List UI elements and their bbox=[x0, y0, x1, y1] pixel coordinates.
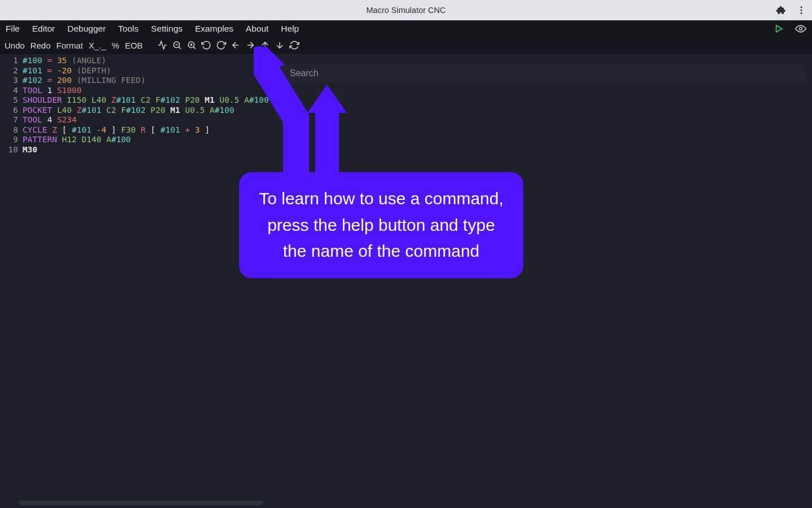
eob-button[interactable]: EOB bbox=[125, 41, 143, 50]
help-panel bbox=[274, 54, 812, 508]
menu-editor[interactable]: Editor bbox=[32, 24, 55, 34]
redo-button[interactable]: Redo bbox=[30, 41, 51, 50]
menu-file[interactable]: File bbox=[6, 24, 20, 34]
activity-icon[interactable] bbox=[157, 40, 167, 50]
svg-point-2 bbox=[801, 12, 802, 14]
titlebar: Macro Simulator CNC bbox=[0, 0, 812, 20]
code-editor[interactable]: 12345678910 #100 = 35 (ANGLE)#101 = -20 … bbox=[0, 54, 274, 508]
svg-line-9 bbox=[193, 47, 196, 49]
svg-point-4 bbox=[800, 28, 802, 30]
svg-marker-3 bbox=[776, 25, 783, 32]
svg-point-0 bbox=[801, 6, 802, 8]
toolbar: Undo Redo Format X_._ % EOB bbox=[0, 37, 812, 54]
format-button[interactable]: Format bbox=[56, 41, 83, 50]
zoom-out-icon[interactable] bbox=[172, 40, 182, 50]
line-gutter: 12345678910 bbox=[0, 56, 23, 155]
search-input[interactable] bbox=[289, 68, 800, 79]
zoom-in-icon[interactable] bbox=[187, 40, 197, 50]
menubar: File Editor Debugger Tools Settings Exam… bbox=[0, 20, 812, 37]
menu-examples[interactable]: Examples bbox=[195, 24, 233, 34]
menu-settings[interactable]: Settings bbox=[151, 24, 183, 34]
code-content[interactable]: #100 = 35 (ANGLE)#101 = -20 (DEPTH)#102 … bbox=[23, 56, 269, 155]
menu-tools[interactable]: Tools bbox=[118, 24, 139, 34]
workspace: 12345678910 #100 = 35 (ANGLE)#101 = -20 … bbox=[0, 54, 812, 508]
visibility-icon[interactable] bbox=[795, 23, 806, 34]
svg-point-1 bbox=[801, 10, 802, 11]
undo-button[interactable]: Undo bbox=[5, 41, 25, 50]
search-field[interactable] bbox=[283, 64, 805, 83]
help-callout: To learn how to use a command, press the… bbox=[239, 172, 523, 278]
kebab-menu-icon[interactable] bbox=[796, 5, 806, 15]
rotate-ccw-icon[interactable] bbox=[201, 40, 211, 50]
extension-icon[interactable] bbox=[776, 5, 786, 15]
percent-button[interactable]: % bbox=[112, 41, 119, 50]
annotation-arrow-2 bbox=[304, 85, 350, 178]
app-title: Macro Simulator CNC bbox=[367, 6, 446, 15]
rotate-cw-icon[interactable] bbox=[216, 40, 226, 50]
callout-text: To learn how to use a command, press the… bbox=[259, 189, 504, 260]
horizontal-scrollbar[interactable] bbox=[19, 501, 263, 505]
run-icon[interactable] bbox=[774, 24, 784, 34]
svg-line-6 bbox=[179, 47, 181, 49]
svg-marker-18 bbox=[307, 85, 347, 113]
xdot-button[interactable]: X_._ bbox=[89, 41, 106, 50]
menu-debugger[interactable]: Debugger bbox=[67, 24, 105, 34]
arrow-left-icon[interactable] bbox=[231, 40, 241, 50]
menu-about[interactable]: About bbox=[246, 24, 269, 34]
menu-help[interactable]: Help bbox=[281, 24, 299, 34]
